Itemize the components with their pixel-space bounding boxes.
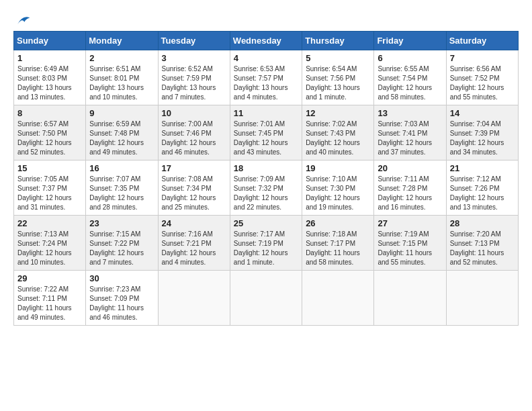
day-number: 25 xyxy=(234,218,298,228)
day-info: Sunrise: 6:53 AM Sunset: 7:57 PM Dayligh… xyxy=(234,64,298,102)
calendar-cell: 22Sunrise: 7:13 AM Sunset: 7:24 PM Dayli… xyxy=(14,216,86,271)
calendar-cell xyxy=(302,271,374,326)
calendar-header-row: SundayMondayTuesdayWednesdayThursdayFrid… xyxy=(14,32,519,50)
day-info: Sunrise: 7:11 AM Sunset: 7:28 PM Dayligh… xyxy=(378,175,442,212)
calendar-cell: 21Sunrise: 7:12 AM Sunset: 7:26 PM Dayli… xyxy=(446,161,518,216)
day-number: 10 xyxy=(162,108,226,118)
page-header xyxy=(13,13,519,24)
day-number: 19 xyxy=(306,163,370,173)
day-number: 30 xyxy=(89,273,154,283)
calendar-cell: 2Sunrise: 6:51 AM Sunset: 8:01 PM Daylig… xyxy=(86,50,158,105)
day-info: Sunrise: 7:13 AM Sunset: 7:24 PM Dayligh… xyxy=(17,230,82,267)
calendar-cell: 28Sunrise: 7:20 AM Sunset: 7:13 PM Dayli… xyxy=(446,216,518,271)
calendar-cell: 1Sunrise: 6:49 AM Sunset: 8:03 PM Daylig… xyxy=(14,50,86,105)
calendar-cell: 25Sunrise: 7:17 AM Sunset: 7:19 PM Dayli… xyxy=(230,216,302,271)
day-number: 29 xyxy=(17,273,82,283)
day-info: Sunrise: 7:08 AM Sunset: 7:34 PM Dayligh… xyxy=(162,175,226,212)
column-header-sunday: Sunday xyxy=(14,32,86,50)
day-number: 20 xyxy=(378,163,442,173)
calendar-week-5: 29Sunrise: 7:22 AM Sunset: 7:11 PM Dayli… xyxy=(14,271,519,326)
day-info: Sunrise: 7:22 AM Sunset: 7:11 PM Dayligh… xyxy=(17,285,82,322)
day-number: 16 xyxy=(89,163,154,173)
day-number: 12 xyxy=(306,108,370,118)
day-number: 9 xyxy=(89,108,154,118)
calendar-week-3: 15Sunrise: 7:05 AM Sunset: 7:37 PM Dayli… xyxy=(14,161,519,216)
calendar-cell: 18Sunrise: 7:09 AM Sunset: 7:32 PM Dayli… xyxy=(230,161,302,216)
day-info: Sunrise: 7:23 AM Sunset: 7:09 PM Dayligh… xyxy=(89,285,154,322)
day-info: Sunrise: 6:55 AM Sunset: 7:54 PM Dayligh… xyxy=(378,64,442,102)
day-info: Sunrise: 7:05 AM Sunset: 7:37 PM Dayligh… xyxy=(17,175,82,212)
day-number: 3 xyxy=(162,53,226,63)
calendar-cell: 24Sunrise: 7:16 AM Sunset: 7:21 PM Dayli… xyxy=(158,216,230,271)
calendar-cell: 27Sunrise: 7:19 AM Sunset: 7:15 PM Dayli… xyxy=(374,216,446,271)
day-info: Sunrise: 7:19 AM Sunset: 7:15 PM Dayligh… xyxy=(378,230,442,267)
calendar-cell xyxy=(230,271,302,326)
day-number: 13 xyxy=(378,108,442,118)
logo xyxy=(13,13,31,24)
day-info: Sunrise: 7:17 AM Sunset: 7:19 PM Dayligh… xyxy=(234,230,298,267)
day-info: Sunrise: 6:59 AM Sunset: 7:48 PM Dayligh… xyxy=(89,120,154,157)
calendar-cell: 23Sunrise: 7:15 AM Sunset: 7:22 PM Dayli… xyxy=(86,216,158,271)
calendar-cell: 16Sunrise: 7:07 AM Sunset: 7:35 PM Dayli… xyxy=(86,161,158,216)
calendar-cell: 3Sunrise: 6:52 AM Sunset: 7:59 PM Daylig… xyxy=(158,50,230,105)
calendar-cell xyxy=(158,271,230,326)
day-number: 6 xyxy=(378,53,442,63)
calendar-cell: 4Sunrise: 6:53 AM Sunset: 7:57 PM Daylig… xyxy=(230,50,302,105)
day-info: Sunrise: 7:15 AM Sunset: 7:22 PM Dayligh… xyxy=(89,230,154,267)
calendar-cell: 13Sunrise: 7:03 AM Sunset: 7:41 PM Dayli… xyxy=(374,105,446,161)
day-info: Sunrise: 6:57 AM Sunset: 7:50 PM Dayligh… xyxy=(17,120,82,157)
calendar-cell: 9Sunrise: 6:59 AM Sunset: 7:48 PM Daylig… xyxy=(86,105,158,161)
calendar-cell xyxy=(446,271,518,326)
day-info: Sunrise: 6:54 AM Sunset: 7:56 PM Dayligh… xyxy=(306,64,370,102)
column-header-saturday: Saturday xyxy=(446,32,518,50)
day-info: Sunrise: 7:00 AM Sunset: 7:46 PM Dayligh… xyxy=(162,120,226,157)
calendar-week-2: 8Sunrise: 6:57 AM Sunset: 7:50 PM Daylig… xyxy=(14,105,519,161)
calendar-cell: 19Sunrise: 7:10 AM Sunset: 7:30 PM Dayli… xyxy=(302,161,374,216)
day-number: 24 xyxy=(162,218,226,228)
calendar-cell: 8Sunrise: 6:57 AM Sunset: 7:50 PM Daylig… xyxy=(14,105,86,161)
day-number: 4 xyxy=(234,53,298,63)
day-number: 5 xyxy=(306,53,370,63)
day-number: 2 xyxy=(89,53,154,63)
calendar-cell: 17Sunrise: 7:08 AM Sunset: 7:34 PM Dayli… xyxy=(158,161,230,216)
calendar-cell: 11Sunrise: 7:01 AM Sunset: 7:45 PM Dayli… xyxy=(230,105,302,161)
calendar-cell: 6Sunrise: 6:55 AM Sunset: 7:54 PM Daylig… xyxy=(374,50,446,105)
day-info: Sunrise: 7:04 AM Sunset: 7:39 PM Dayligh… xyxy=(450,120,515,157)
day-number: 28 xyxy=(450,218,515,228)
calendar-cell: 7Sunrise: 6:56 AM Sunset: 7:52 PM Daylig… xyxy=(446,50,518,105)
calendar-cell: 20Sunrise: 7:11 AM Sunset: 7:28 PM Dayli… xyxy=(374,161,446,216)
day-info: Sunrise: 7:03 AM Sunset: 7:41 PM Dayligh… xyxy=(378,120,442,157)
day-info: Sunrise: 7:10 AM Sunset: 7:30 PM Dayligh… xyxy=(306,175,370,212)
calendar-cell: 26Sunrise: 7:18 AM Sunset: 7:17 PM Dayli… xyxy=(302,216,374,271)
day-info: Sunrise: 7:09 AM Sunset: 7:32 PM Dayligh… xyxy=(234,175,298,212)
calendar-table: SundayMondayTuesdayWednesdayThursdayFrid… xyxy=(13,31,519,326)
day-number: 8 xyxy=(17,108,82,118)
day-number: 15 xyxy=(17,163,82,173)
day-number: 17 xyxy=(162,163,226,173)
day-info: Sunrise: 6:52 AM Sunset: 7:59 PM Dayligh… xyxy=(162,64,226,102)
day-number: 7 xyxy=(450,53,515,63)
day-info: Sunrise: 7:12 AM Sunset: 7:26 PM Dayligh… xyxy=(450,175,515,212)
day-number: 23 xyxy=(89,218,154,228)
column-header-tuesday: Tuesday xyxy=(158,32,230,50)
column-header-wednesday: Wednesday xyxy=(230,32,302,50)
day-info: Sunrise: 7:01 AM Sunset: 7:45 PM Dayligh… xyxy=(234,120,298,157)
day-number: 27 xyxy=(378,218,442,228)
calendar-cell: 12Sunrise: 7:02 AM Sunset: 7:43 PM Dayli… xyxy=(302,105,374,161)
column-header-thursday: Thursday xyxy=(302,32,374,50)
calendar-cell xyxy=(374,271,446,326)
day-info: Sunrise: 7:02 AM Sunset: 7:43 PM Dayligh… xyxy=(306,120,370,157)
day-info: Sunrise: 7:16 AM Sunset: 7:21 PM Dayligh… xyxy=(162,230,226,267)
column-header-friday: Friday xyxy=(374,32,446,50)
day-info: Sunrise: 7:18 AM Sunset: 7:17 PM Dayligh… xyxy=(306,230,370,267)
day-number: 1 xyxy=(17,53,82,63)
calendar-week-4: 22Sunrise: 7:13 AM Sunset: 7:24 PM Dayli… xyxy=(14,216,519,271)
day-info: Sunrise: 6:49 AM Sunset: 8:03 PM Dayligh… xyxy=(17,64,82,102)
calendar-cell: 29Sunrise: 7:22 AM Sunset: 7:11 PM Dayli… xyxy=(14,271,86,326)
day-number: 14 xyxy=(450,108,515,118)
calendar-cell: 14Sunrise: 7:04 AM Sunset: 7:39 PM Dayli… xyxy=(446,105,518,161)
column-header-monday: Monday xyxy=(86,32,158,50)
calendar-cell: 5Sunrise: 6:54 AM Sunset: 7:56 PM Daylig… xyxy=(302,50,374,105)
day-number: 18 xyxy=(234,163,298,173)
day-number: 11 xyxy=(234,108,298,118)
